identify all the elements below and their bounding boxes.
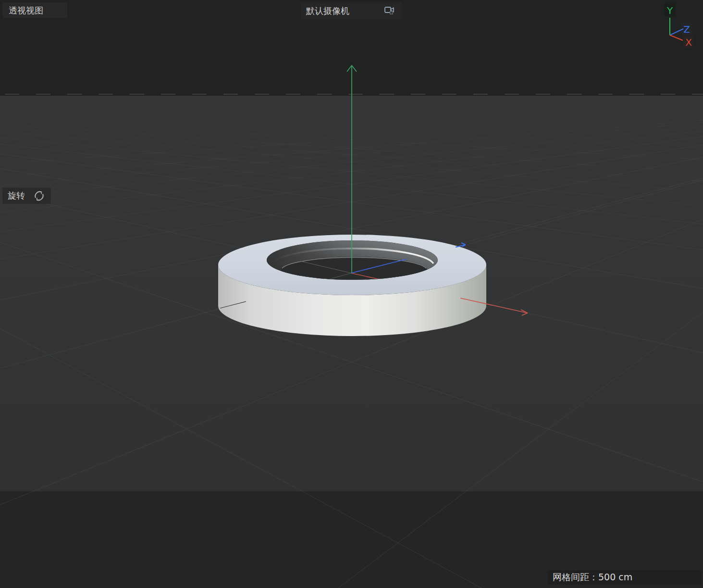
gizmo-x-axis[interactable] — [670, 35, 683, 40]
gizmo-y-label: Y — [666, 5, 673, 16]
camera-menu-label: 默认摄像机 — [306, 5, 349, 17]
active-tool-indicator: 旋转 — [2, 188, 51, 204]
grid-spacing-status: 网格间距：500 cm — [548, 570, 702, 585]
gizmo-z-axis[interactable] — [670, 29, 683, 35]
active-tool-label: 旋转 — [8, 190, 25, 201]
camera-icon[interactable] — [383, 5, 396, 17]
viewport-3d[interactable]: 透视视图 默认摄像机 旋转 — [0, 0, 703, 588]
gizmo-x-label: X — [685, 37, 692, 48]
rotate-icon — [33, 189, 46, 202]
grid-spacing-label: 网格间距：500 cm — [553, 571, 632, 584]
orientation-gizmo[interactable]: Y Z X — [658, 0, 703, 53]
camera-menu-button[interactable]: 默认摄像机 — [300, 2, 402, 19]
tube-object[interactable] — [218, 235, 486, 336]
gizmo-z-label: Z — [683, 24, 690, 35]
grid-line-z-continuation — [468, 180, 703, 244]
scene-canvas[interactable] — [0, 0, 703, 588]
view-menu-button[interactable]: 透视视图 — [3, 2, 67, 18]
view-menu-label: 透视视图 — [9, 5, 43, 16]
